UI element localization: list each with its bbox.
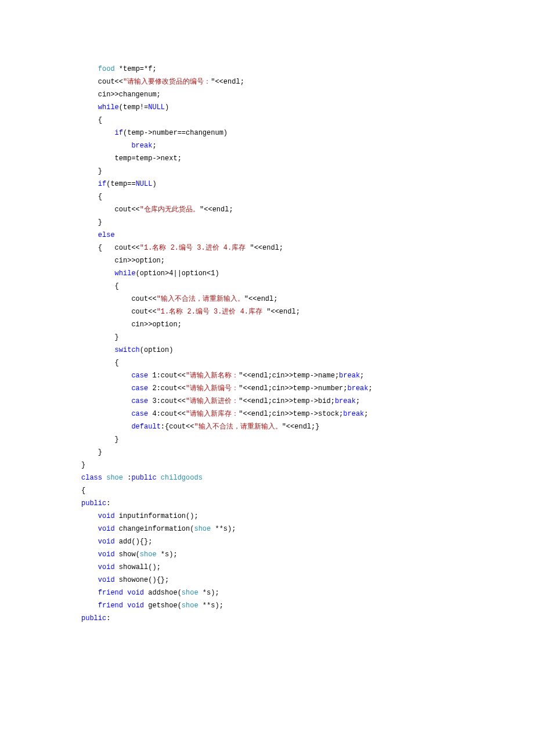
code-line: case 3:cout<<"请输入新进价："<<endl;cin>>temp->… <box>81 395 453 408</box>
code-line: public: <box>81 612 453 625</box>
code-line: } <box>81 446 453 459</box>
code-line: switch(option) <box>81 344 453 357</box>
code-line: { cout<<"1.名称 2.编号 3.进价 4.库存 "<<endl; <box>81 242 453 254</box>
code-line: cout<<"请输入要修改货品的编号："<<endl; <box>81 75 453 88</box>
code-line: } <box>81 331 453 344</box>
code-line: while(temp!=NULL) <box>81 101 453 114</box>
code-line: if(temp->number==changenum) <box>81 127 453 139</box>
code-block: food *temp=*f; cout<<"请输入要修改货品的编号："<<end… <box>0 0 534 729</box>
code-line: cout<<"输入不合法，请重新输入。"<<endl; <box>81 293 453 305</box>
code-line: void inputinformation(); <box>81 510 453 523</box>
code-line: temp=temp->next; <box>81 152 453 165</box>
code-line: else <box>81 229 453 242</box>
code-line: if(temp==NULL) <box>81 178 453 190</box>
code-line: void add(){}; <box>81 535 453 548</box>
code-line: cin>>option; <box>81 254 453 267</box>
code-line: class shoe :public childgoods <box>81 471 453 484</box>
code-line: food *temp=*f; <box>81 63 453 75</box>
code-line: void changeinformation(shoe **s); <box>81 523 453 535</box>
code-line: default:{cout<<"输入不合法，请重新输入。"<<endl;} <box>81 420 453 433</box>
code-line: cin>>changenum; <box>81 88 453 101</box>
code-line: cout<<"仓库内无此货品。"<<endl; <box>81 203 453 216</box>
code-line: public: <box>81 497 453 510</box>
code-line: void show(shoe *s); <box>81 548 453 561</box>
code-line: void showone(){}; <box>81 574 453 586</box>
code-line: break; <box>81 139 453 152</box>
code-line: friend void getshoe(shoe **s); <box>81 599 453 612</box>
code-line: { <box>81 114 453 127</box>
code-line: while(option>4||option<1) <box>81 267 453 280</box>
code-line: { <box>81 280 453 293</box>
code-line: { <box>81 484 453 497</box>
code-line: case 2:cout<<"请输入新编号："<<endl;cin>>temp->… <box>81 382 453 395</box>
code-line: } <box>81 165 453 178</box>
code-line: { <box>81 357 453 369</box>
code-line: } <box>81 459 453 471</box>
code-line: case 1:cout<<"请输入新名称："<<endl;cin>>temp->… <box>81 369 453 382</box>
code-line: cin>>option; <box>81 318 453 331</box>
code-line: { <box>81 190 453 203</box>
code-line: } <box>81 216 453 229</box>
code-line: void showall(); <box>81 561 453 574</box>
code-line: cout<<"1.名称 2.编号 3.进价 4.库存 "<<endl; <box>81 305 453 318</box>
code-line: friend void addshoe(shoe *s); <box>81 586 453 599</box>
code-line: } <box>81 433 453 446</box>
code-line: case 4:cout<<"请输入新库存："<<endl;cin>>temp->… <box>81 408 453 420</box>
